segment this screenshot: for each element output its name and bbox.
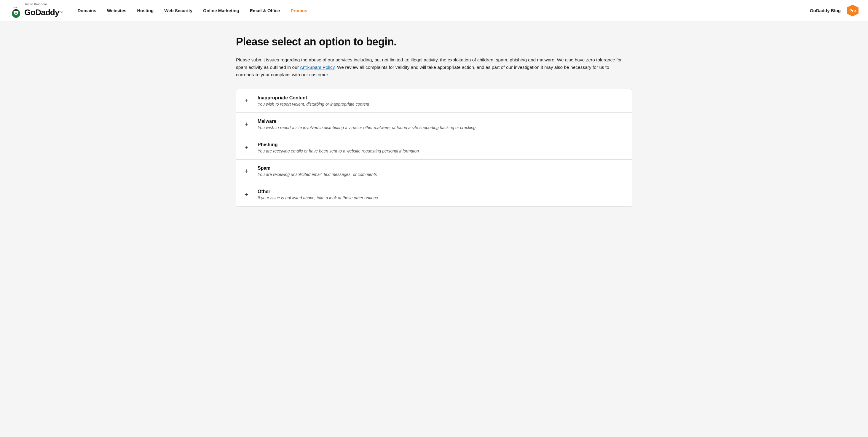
- accordion-text-malware: Malware You wish to report a site involv…: [258, 119, 475, 130]
- accordion-title-other: Other: [258, 189, 378, 194]
- accordion-title-spam: Spam: [258, 166, 377, 171]
- accordion-item-phishing[interactable]: + Phishing You are receiving emails or h…: [236, 136, 632, 159]
- godaddy-blog-link[interactable]: GoDaddy Blog: [810, 8, 841, 13]
- nav-item-websites[interactable]: Websites: [102, 0, 132, 21]
- accordion-text-spam: Spam You are receiving unsolicited email…: [258, 166, 377, 177]
- nav-item-promos[interactable]: Promos: [285, 0, 312, 21]
- svg-point-4: [16, 11, 17, 12]
- godaddy-logo-icon: [9, 6, 23, 19]
- page-title: Please select an option to begin.: [236, 36, 632, 48]
- expand-icon-spam: +: [243, 167, 249, 175]
- accordion-text-other: Other If your issue is not listed above,…: [258, 189, 378, 200]
- accordion-subtitle-malware: You wish to report a site involved in di…: [258, 125, 475, 130]
- accordion-item-other[interactable]: + Other If your issue is not listed abov…: [236, 183, 632, 206]
- nav-item-web-security[interactable]: Web Security: [159, 0, 198, 21]
- header-right: GoDaddy Blog Pro: [810, 5, 859, 17]
- logo-tm: ™: [59, 10, 63, 14]
- svg-point-3: [15, 11, 16, 12]
- country-label: United Kingdom: [24, 2, 47, 6]
- accordion-subtitle-other: If your issue is not listed above, take …: [258, 196, 378, 200]
- accordion-item-spam[interactable]: + Spam You are receiving unsolicited ema…: [236, 159, 632, 183]
- accordion-item-malware[interactable]: + Malware You wish to report a site invo…: [236, 113, 632, 136]
- intro-text: Please submit issues regarding the abuse…: [236, 56, 632, 78]
- nav-item-hosting[interactable]: Hosting: [132, 0, 159, 21]
- nav-item-email-office[interactable]: Email & Office: [245, 0, 285, 21]
- site-header: United Kingdom GoDaddy™: [0, 0, 868, 21]
- expand-icon-other: +: [243, 191, 249, 199]
- accordion-subtitle-phishing: You are receiving emails or have been se…: [258, 149, 419, 153]
- accordion-subtitle-inappropriate: You wish to report violent, disturbing o…: [258, 102, 369, 107]
- main-nav: Domains Websites Hosting Web Security On…: [72, 0, 810, 21]
- accordion-title-inappropriate: Inappropriate Content: [258, 95, 369, 100]
- accordion-text-phishing: Phishing You are receiving emails or hav…: [258, 142, 419, 153]
- expand-icon-malware: +: [243, 120, 249, 128]
- svg-rect-6: [14, 9, 18, 10]
- nav-item-online-marketing[interactable]: Online Marketing: [198, 0, 245, 21]
- main-content: Please select an option to begin. Please…: [226, 21, 642, 224]
- svg-point-2: [13, 10, 19, 15]
- expand-icon-inappropriate: +: [243, 97, 249, 105]
- accordion-title-malware: Malware: [258, 119, 475, 124]
- pro-badge[interactable]: Pro: [847, 5, 859, 17]
- accordion: + Inappropriate Content You wish to repo…: [236, 89, 632, 206]
- logo-text: GoDaddy: [24, 8, 59, 17]
- accordion-item-inappropriate-content[interactable]: + Inappropriate Content You wish to repo…: [236, 89, 632, 113]
- accordion-text-inappropriate: Inappropriate Content You wish to report…: [258, 95, 369, 107]
- logo-area[interactable]: United Kingdom GoDaddy™: [9, 2, 63, 19]
- accordion-subtitle-spam: You are receiving unsolicited email, tex…: [258, 172, 377, 177]
- anti-spam-policy-link[interactable]: Anti-Spam Policy: [300, 65, 334, 70]
- expand-icon-phishing: +: [243, 144, 249, 152]
- accordion-title-phishing: Phishing: [258, 142, 419, 147]
- nav-item-domains[interactable]: Domains: [72, 0, 101, 21]
